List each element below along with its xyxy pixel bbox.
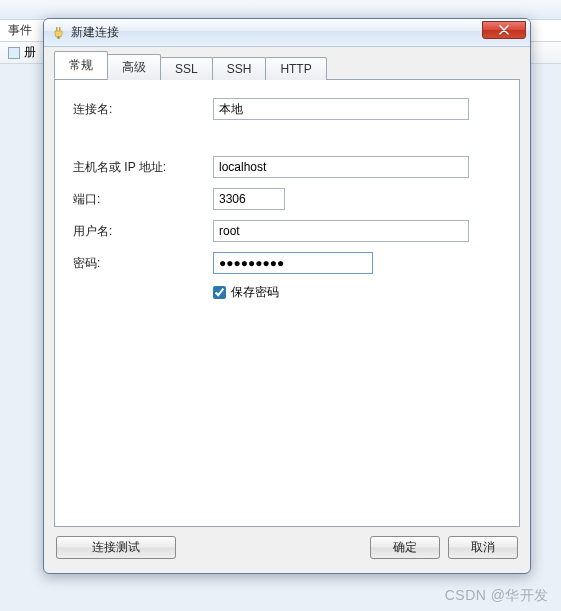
events-label: 事件	[8, 22, 32, 39]
plug-icon	[50, 25, 66, 41]
dialog-titlebar[interactable]: 新建连接	[44, 19, 530, 47]
svg-rect-2	[58, 36, 60, 39]
test-connection-button[interactable]: 连接测试	[56, 536, 176, 559]
svg-rect-1	[59, 27, 61, 31]
tab-label: SSL	[175, 62, 198, 76]
dialog-footer: 连接测试 确定 取消	[54, 527, 520, 567]
watermark: CSDN @华开发	[445, 587, 549, 605]
tab-label: 高级	[122, 60, 146, 74]
tab-label: SSH	[227, 62, 252, 76]
port-label: 端口:	[73, 191, 213, 208]
user-label: 用户名:	[73, 223, 213, 240]
svg-rect-0	[56, 27, 58, 31]
tab-http[interactable]: HTTP	[265, 57, 326, 80]
background-toolbar	[0, 0, 561, 20]
tab-ssl[interactable]: SSL	[160, 57, 213, 80]
host-input[interactable]	[213, 156, 469, 178]
conn-name-label: 连接名:	[73, 101, 213, 118]
side-label: 册	[24, 44, 36, 61]
close-button[interactable]	[482, 21, 526, 39]
conn-name-input[interactable]	[213, 98, 469, 120]
dialog-title: 新建连接	[71, 24, 119, 41]
password-label: 密码:	[73, 255, 213, 272]
save-password-checkbox[interactable]	[213, 286, 226, 299]
tab-general[interactable]: 常规	[54, 51, 108, 79]
tab-label: HTTP	[280, 62, 311, 76]
password-input[interactable]	[213, 252, 373, 274]
port-input[interactable]	[213, 188, 285, 210]
host-label: 主机名或 IP 地址:	[73, 159, 213, 176]
tab-label: 常规	[69, 58, 93, 72]
dialog-body: 常规 高级 SSL SSH HTTP 连接名: 主机名或 IP 地址: 端口: …	[44, 47, 530, 573]
tab-advanced[interactable]: 高级	[107, 54, 161, 80]
user-input[interactable]	[213, 220, 469, 242]
tab-strip: 常规 高级 SSL SSH HTTP	[54, 55, 520, 79]
tab-panel-general: 连接名: 主机名或 IP 地址: 端口: 用户名: 密码: 保存密码	[54, 79, 520, 527]
save-password-label: 保存密码	[231, 284, 279, 301]
new-connection-dialog: 新建连接 常规 高级 SSL SSH HTTP 连接名: 主机名或 IP 地址:	[43, 18, 531, 574]
tab-ssh[interactable]: SSH	[212, 57, 267, 80]
ok-button[interactable]: 确定	[370, 536, 440, 559]
close-icon	[499, 25, 509, 35]
panel-icon	[8, 47, 20, 59]
cancel-button[interactable]: 取消	[448, 536, 518, 559]
